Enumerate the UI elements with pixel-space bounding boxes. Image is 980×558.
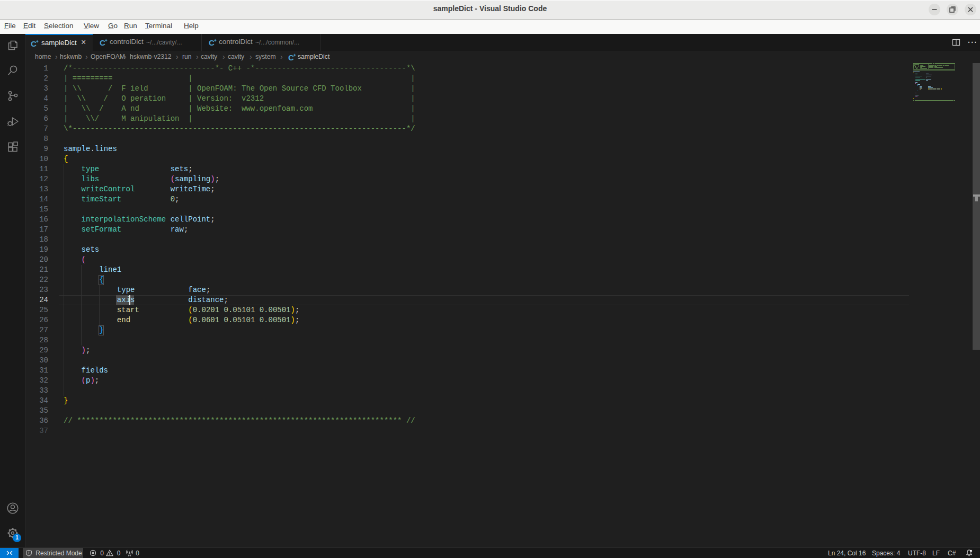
svg-text:C: C <box>100 38 105 47</box>
svg-text:C: C <box>209 38 215 47</box>
svg-text:C: C <box>288 53 294 61</box>
svg-text:C: C <box>31 39 37 48</box>
